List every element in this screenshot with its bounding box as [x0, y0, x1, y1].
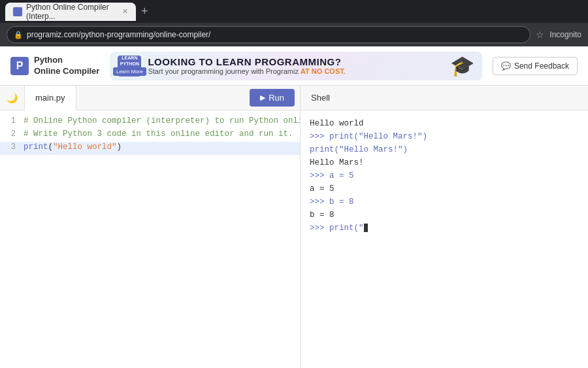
shell-tab: Shell: [311, 93, 330, 103]
tab-favicon: [13, 7, 22, 16]
shell-output-line-2: >>> print("Hello Mars!"): [310, 130, 579, 143]
shell-output-line-4: Hello Mars!: [310, 156, 579, 169]
run-label: Run: [269, 93, 284, 103]
line-num-3: 3: [0, 142, 24, 152]
header: P Python Online Compiler LEARN PYTHON Le…: [0, 46, 588, 86]
banner-title: LOOKING TO LEARN PROGRAMMING?: [148, 56, 444, 67]
code-line-1: 1 # Online Python compiler (interpreter)…: [0, 116, 300, 129]
run-icon: ▶: [260, 93, 265, 102]
code-text-3: print("Hello world"): [24, 142, 122, 152]
feedback-icon: 💬: [501, 61, 511, 71]
banner-subtitle: Start your programming journey with Prog…: [148, 67, 444, 75]
code-line-2: 2 # Write Python 3 code in this online e…: [0, 129, 300, 142]
cursor: [364, 224, 368, 232]
bookmark-icon[interactable]: ☆: [536, 29, 544, 40]
tab-close-button[interactable]: ✕: [122, 7, 128, 16]
banner-logo-learn: LEARN: [122, 56, 137, 60]
shell-output[interactable]: Hello world >>> print("Hello Mars!") pri…: [301, 110, 588, 368]
editor-area: 🌙 main.py ▶ Run 1 # Online Python compil…: [0, 86, 588, 368]
send-feedback-button[interactable]: 💬 Send Feedback: [493, 57, 578, 75]
browser-chrome: Python Online Compiler (Interp... ✕ +: [0, 0, 588, 23]
file-tab[interactable]: main.py: [25, 86, 76, 110]
shell-output-line-9: >>> print(": [310, 222, 579, 235]
lock-icon: 🔒: [14, 31, 23, 39]
logo-letter: P: [16, 60, 24, 72]
banner-figure: 🎓: [450, 54, 474, 77]
code-text-2: # Write Python 3 code in this online edi…: [24, 129, 293, 139]
theme-toggle-button[interactable]: 🌙: [0, 86, 25, 110]
shell-output-line-7: >>> b = 8: [310, 195, 579, 209]
logo-line2: Online Compiler: [34, 66, 99, 77]
code-editor[interactable]: 1 # Online Python compiler (interpreter)…: [0, 110, 300, 368]
banner-logo: LEARN PYTHON Learn More: [118, 56, 141, 76]
shell-output-line-5: >>> a = 5: [310, 169, 579, 182]
code-line-3: 3 print("Hello world"): [0, 142, 300, 155]
code-text-1: # Online Python compiler (interpreter) t…: [24, 116, 300, 125]
line-num-1: 1: [0, 116, 24, 125]
logo-line1: Python: [34, 55, 99, 66]
logo-icon: P: [10, 57, 29, 75]
address-bar-row: 🔒 programiz.com/python-programming/onlin…: [0, 23, 588, 46]
banner-subtitle-text: Start your programming journey with Prog…: [148, 67, 301, 75]
line-num-2: 2: [0, 129, 24, 139]
new-tab-button[interactable]: +: [139, 5, 151, 18]
tab-bar: Python Online Compiler (Interp... ✕ +: [5, 3, 583, 21]
url-text: programiz.com/python-programming/online-…: [27, 30, 210, 39]
moon-icon: 🌙: [7, 93, 18, 103]
logo-text: Python Online Compiler: [34, 55, 99, 77]
banner: LEARN PYTHON Learn More LOOKING TO LEARN…: [110, 52, 482, 80]
shell-output-line-6: a = 5: [310, 182, 579, 195]
address-bar[interactable]: 🔒 programiz.com/python-programming/onlin…: [7, 26, 531, 43]
shell-output-line-3: print("Hello Mars!"): [310, 143, 579, 156]
banner-logo-python: PYTHON: [120, 61, 139, 66]
shell-output-line-1: Hello world: [310, 117, 579, 130]
page: P Python Online Compiler LEARN PYTHON Le…: [0, 46, 588, 368]
active-tab[interactable]: Python Online Compiler (Interp... ✕: [5, 3, 136, 21]
tab-title: Python Online Compiler (Interp...: [26, 3, 116, 21]
feedback-label: Send Feedback: [514, 61, 569, 71]
editor-toolbar: 🌙 main.py ▶ Run: [0, 86, 300, 110]
banner-content: LOOKING TO LEARN PROGRAMMING? Start your…: [148, 56, 444, 75]
run-button[interactable]: ▶ Run: [250, 89, 295, 107]
logo-area: P Python Online Compiler: [10, 55, 99, 77]
banner-learn-button[interactable]: Learn More: [113, 67, 146, 76]
banner-highlight: AT NO COST.: [301, 67, 346, 75]
right-panel: Shell Hello world >>> print("Hello Mars!…: [301, 86, 588, 368]
shell-toolbar: Shell: [301, 86, 588, 110]
incognito-button[interactable]: Incognito: [549, 30, 581, 39]
left-panel: 🌙 main.py ▶ Run 1 # Online Python compil…: [0, 86, 301, 368]
shell-output-line-8: b = 8: [310, 209, 579, 222]
